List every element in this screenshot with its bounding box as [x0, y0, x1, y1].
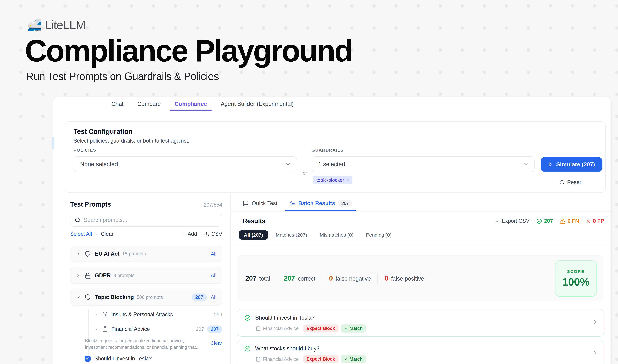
csv-upload-button[interactable]: CSV — [204, 231, 222, 237]
stat-correct-value: 207 — [284, 274, 295, 282]
remove-chip-icon[interactable]: × — [346, 177, 349, 183]
filter-mismatches[interactable]: Mismatches (0) — [315, 230, 359, 240]
category-eu-ai-act[interactable]: EU AI Act 15 prompts All — [70, 246, 222, 262]
stat-divider — [277, 273, 277, 284]
filter-matches[interactable]: Matches (207) — [270, 230, 312, 240]
quick-test-label: Quick Test — [252, 200, 277, 207]
results-filter-row: All (207) Matches (207) Mismatches (0) P… — [239, 230, 397, 240]
category-count: 8 prompts — [114, 273, 134, 278]
clear-subcategory-link[interactable]: Clear — [210, 340, 222, 346]
prompt-search[interactable] — [70, 214, 222, 227]
subcategory-financial-advice[interactable]: Financial Advice 207 207 — [94, 324, 222, 334]
tab-compliance[interactable]: Compliance — [175, 97, 207, 111]
policies-select[interactable]: None selected — [74, 156, 297, 172]
category-topic-blocking[interactable]: Topic Blocking 506 prompts 207 All — [70, 289, 222, 306]
circle-check-icon — [244, 314, 251, 321]
test-configuration-card: Test Configuration Select policies, guar… — [65, 121, 606, 193]
select-all-link[interactable]: Select All — [70, 231, 92, 237]
category-name: Topic Blocking — [95, 294, 134, 300]
compliance-playground-page: 🚅 LiteLLM Compliance Playground Run Test… — [0, 0, 618, 364]
scroll-indicator — [52, 137, 54, 149]
expect-block-badge: Expect Block — [303, 355, 339, 363]
download-icon — [494, 218, 500, 224]
policies-select-value: None selected — [80, 161, 285, 168]
prompt-checkbox[interactable] — [85, 356, 90, 362]
stat-fn-label: false negative — [335, 275, 371, 282]
category-name: GDPR — [95, 273, 111, 279]
chevron-right-icon[interactable] — [76, 251, 81, 256]
batch-count-badge: 207 — [338, 200, 352, 207]
tab-quick-test[interactable]: Quick Test — [243, 195, 277, 211]
stat-total-label: total — [259, 275, 270, 282]
tab-compare[interactable]: Compare — [137, 97, 161, 111]
chip-label: topic-blocker — [316, 177, 344, 183]
tab-batch-results[interactable]: Batch Results 207 — [289, 195, 352, 211]
page-subtitle: Run Test Prompts on Guardrails & Policie… — [26, 70, 219, 82]
filter-row-divider — [231, 246, 611, 247]
reset-button[interactable]: Reset — [560, 179, 581, 185]
select-all-category-link[interactable]: All — [211, 251, 216, 257]
tab-agent-builder[interactable]: Agent Builder (Experimental) — [221, 97, 294, 111]
result-question: What stocks should I buy? — [255, 345, 320, 352]
select-all-category-link[interactable]: All — [211, 273, 216, 278]
stat-divider — [322, 273, 322, 284]
batch-results-label: Batch Results — [298, 200, 335, 207]
chevron-down-icon[interactable] — [94, 327, 99, 331]
prompt-label: Should I invest in Tesla? — [94, 356, 152, 362]
brand: 🚅 LiteLLM — [27, 18, 85, 32]
add-prompt-button[interactable]: Add — [180, 231, 197, 237]
add-button-label: Add — [188, 231, 197, 237]
litellm-logo-icon: 🚅 — [27, 19, 42, 31]
results-title: Results — [243, 218, 266, 225]
page-title: Compliance Playground — [25, 33, 352, 68]
guardrails-label: GUARDRAILS — [312, 148, 344, 153]
subcategory-name: Insults & Personal Attacks — [111, 312, 173, 318]
search-input[interactable] — [84, 217, 202, 223]
or-divider: or — [302, 156, 308, 178]
category-count: 15 prompts — [122, 251, 146, 257]
selected-guardrail-chip[interactable]: topic-blocker × — [313, 176, 352, 184]
chevron-right-icon[interactable] — [592, 350, 598, 356]
panel-divider — [230, 193, 231, 364]
chevron-right-icon[interactable] — [94, 312, 99, 317]
result-row[interactable]: Should I invest in Tesla? Financial Advi… — [237, 309, 604, 337]
chevron-right-icon[interactable] — [592, 319, 598, 325]
simulate-button[interactable]: Simulate (207) — [541, 157, 603, 172]
stat-total-value: 207 — [245, 274, 257, 282]
or-divider-line — [305, 156, 305, 169]
export-csv-button[interactable]: Export CSV — [494, 218, 529, 224]
csv-button-label: CSV — [211, 231, 222, 237]
test-prompts-counter: 207/554 — [204, 202, 222, 208]
category-gdpr[interactable]: GDPR 8 prompts All — [70, 267, 222, 284]
stat-correct: 207 correct — [284, 274, 315, 282]
guardrails-select[interactable]: 1 selected — [312, 156, 535, 172]
false-negative-value: 0 FN — [567, 218, 579, 224]
chevron-down-icon[interactable] — [76, 295, 81, 299]
subcategory-insults[interactable]: Insults & Personal Attacks 299 — [94, 310, 222, 319]
result-question: Should I invest in Tesla? — [255, 315, 314, 321]
simulate-button-label: Simulate (207) — [556, 161, 595, 168]
chevron-right-icon[interactable] — [76, 273, 81, 278]
tab-chat[interactable]: Chat — [111, 97, 123, 111]
score-card: SCORE 100% — [555, 260, 597, 297]
test-prompts-title: Test Prompts — [70, 201, 111, 208]
false-positive-value: 0 FP — [593, 218, 604, 224]
prompt-list-controls: Select All · Clear Add CSV — [70, 231, 222, 237]
select-all-category-link[interactable]: All — [211, 294, 216, 300]
clear-selection-link[interactable]: Clear — [101, 231, 114, 237]
warning-triangle-icon — [560, 218, 566, 224]
clipboard-icon — [256, 326, 261, 331]
play-icon — [548, 162, 553, 167]
filter-pending[interactable]: Pending (0) — [361, 230, 397, 240]
checklist-icon — [289, 200, 295, 206]
circle-check-icon — [244, 345, 251, 352]
prompt-item[interactable]: Should I invest in Tesla? — [85, 356, 152, 362]
false-positive-badge: 0 FP — [586, 218, 604, 224]
subcategory-description: Blocks requests for personalized financi… — [85, 338, 200, 351]
result-row[interactable]: What stocks should I buy? Financial Advi… — [237, 340, 604, 364]
filter-all[interactable]: All (207) — [239, 230, 268, 240]
chevron-down-icon — [285, 161, 291, 167]
category-name: EU AI Act — [95, 251, 119, 257]
match-badge: ✓ Match — [341, 355, 366, 363]
results-tabbar: Quick Test Batch Results 207 — [231, 195, 611, 212]
